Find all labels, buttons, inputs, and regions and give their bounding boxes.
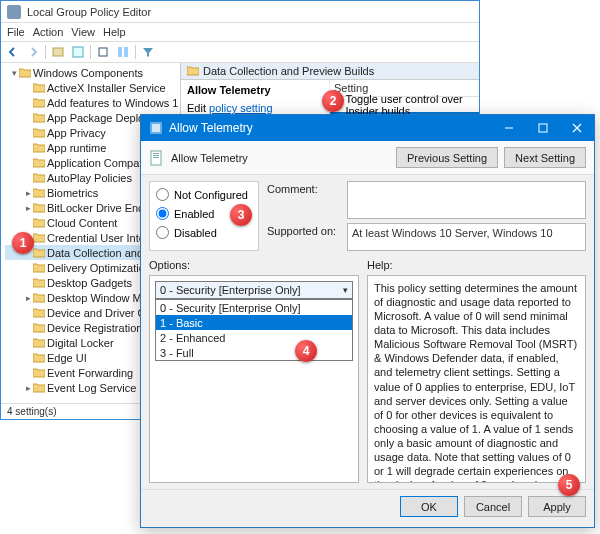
telemetry-level-combo[interactable]: 0 - Security [Enterprise Only] ▾ 0 - Sec… (155, 281, 353, 299)
folder-icon (33, 98, 45, 108)
right-pane-heading: Data Collection and Preview Builds (181, 63, 479, 80)
tool-icon[interactable] (50, 44, 66, 60)
tree-item-label: App runtime (47, 142, 106, 154)
chevron-down-icon: ▾ (343, 285, 348, 295)
gp-app-icon (7, 5, 21, 19)
edit-prefix: Edit (187, 102, 209, 114)
menu-view[interactable]: View (71, 26, 95, 38)
dialog-button-row: OK Cancel Apply (141, 489, 594, 523)
folder-icon (33, 308, 45, 318)
svg-rect-16 (153, 155, 159, 156)
folder-icon (33, 113, 45, 123)
dialog-title: Allow Telemetry (169, 121, 492, 135)
combo-option[interactable]: 2 - Enhanced (156, 330, 352, 345)
combo-option[interactable]: 3 - Full (156, 345, 352, 360)
tool-icon[interactable] (115, 44, 131, 60)
tree-item[interactable]: ActiveX Installer Service (5, 80, 180, 95)
ok-button[interactable]: OK (400, 496, 458, 517)
help-paragraph: This policy setting determines the amoun… (374, 281, 579, 483)
folder-icon (33, 188, 45, 198)
radio-disabled[interactable]: Disabled (156, 226, 252, 239)
options-label: Options: (149, 259, 359, 271)
annotation-badge-2: 2 (322, 90, 344, 112)
setting-row[interactable]: Toggle user control over Insider builds (330, 97, 479, 112)
policy-icon (149, 150, 165, 166)
svg-rect-12 (152, 124, 160, 132)
folder-icon (33, 203, 45, 213)
menu-help[interactable]: Help (103, 26, 126, 38)
folder-icon (33, 278, 45, 288)
dialog-header-label: Allow Telemetry (171, 152, 390, 164)
folder-icon (33, 158, 45, 168)
gp-titlebar: Local Group Policy Editor (1, 1, 479, 23)
folder-icon (33, 338, 45, 348)
radio-not-configured[interactable]: Not Configured (156, 188, 252, 201)
folder-icon (33, 143, 45, 153)
edit-policy-link-row: Edit policy setting (187, 102, 323, 114)
edit-policy-link[interactable]: policy setting (209, 102, 273, 114)
folder-icon (33, 128, 45, 138)
tree-item-label: Event Log Service (47, 382, 136, 394)
comment-input[interactable] (347, 181, 586, 219)
tree-root-label: Windows Components (33, 67, 143, 79)
help-label: Help: (367, 259, 393, 271)
nav-back-icon[interactable] (5, 44, 21, 60)
tree-item-label: AutoPlay Policies (47, 172, 132, 184)
tree-item-label: Cloud Content (47, 217, 117, 229)
supported-on-value: At least Windows 10 Server, Windows 10 (347, 223, 586, 251)
annotation-badge-4: 4 (295, 340, 317, 362)
folder-icon (33, 173, 45, 183)
apply-button[interactable]: Apply (528, 496, 586, 517)
dialog-titlebar[interactable]: Allow Telemetry (141, 115, 594, 141)
close-icon[interactable] (560, 115, 594, 141)
folder-icon (33, 368, 45, 378)
folder-icon (33, 248, 45, 258)
radio-label: Not Configured (174, 189, 248, 201)
menu-action[interactable]: Action (33, 26, 64, 38)
help-text-box[interactable]: This policy setting determines the amoun… (367, 275, 586, 483)
tree-item-label: Event Forwarding (47, 367, 133, 379)
svg-rect-15 (153, 153, 159, 154)
dialog-header: Allow Telemetry Previous Setting Next Se… (141, 141, 594, 175)
svg-rect-0 (53, 48, 63, 56)
combo-selected-value: 0 - Security [Enterprise Only] (160, 284, 301, 296)
combo-option[interactable]: 1 - Basic (156, 315, 352, 330)
tree-item-label: App Privacy (47, 127, 106, 139)
folder-icon (33, 218, 45, 228)
nav-forward-icon[interactable] (25, 44, 41, 60)
comment-label: Comment: (267, 181, 341, 219)
options-panel: 0 - Security [Enterprise Only] ▾ 0 - Sec… (149, 275, 359, 483)
folder-icon (33, 353, 45, 363)
folder-icon (33, 383, 45, 393)
cancel-button[interactable]: Cancel (464, 496, 522, 517)
combo-dropdown-list: 0 - Security [Enterprise Only]1 - Basic2… (155, 299, 353, 361)
folder-icon (33, 233, 45, 243)
svg-rect-2 (99, 48, 107, 56)
radio-label: Disabled (174, 227, 217, 239)
tree-item[interactable]: Add features to Windows 1 (5, 95, 180, 110)
menu-file[interactable]: File (7, 26, 25, 38)
folder-icon (33, 293, 45, 303)
tool-icon[interactable] (70, 44, 86, 60)
tool-icon[interactable] (95, 44, 111, 60)
annotation-badge-1: 1 (12, 232, 34, 254)
svg-rect-1 (73, 47, 83, 57)
minimize-icon[interactable] (492, 115, 526, 141)
tree-item-label: Edge UI (47, 352, 87, 364)
next-setting-button[interactable]: Next Setting (504, 147, 586, 168)
maximize-icon[interactable] (526, 115, 560, 141)
tool-filter-icon[interactable] (140, 44, 156, 60)
annotation-badge-5: 5 (558, 474, 580, 496)
tree-root[interactable]: ▾Windows Components (5, 65, 180, 80)
combo-option[interactable]: 0 - Security [Enterprise Only] (156, 300, 352, 315)
tree-item-label: Device Registration (47, 322, 142, 334)
gp-toolbar (1, 41, 479, 63)
dialog-app-icon (149, 121, 163, 135)
radio-label: Enabled (174, 208, 214, 220)
right-pane-title: Data Collection and Preview Builds (203, 65, 374, 77)
policy-name: Allow Telemetry (187, 84, 323, 96)
svg-rect-17 (153, 157, 159, 158)
tree-item-label: Add features to Windows 1 (47, 97, 178, 109)
tree-item-label: Biometrics (47, 187, 98, 199)
previous-setting-button[interactable]: Previous Setting (396, 147, 498, 168)
